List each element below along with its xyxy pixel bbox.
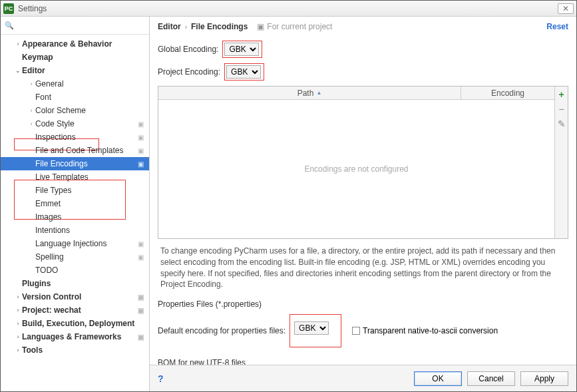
window-title: Settings [18,4,555,13]
properties-section-title: Properties Files (*.properties) [158,299,568,309]
global-encoding-select[interactable]: GBK [224,43,259,56]
sidebar-item[interactable]: Code Style▣ [1,117,149,130]
chevron-icon [27,120,35,127]
chevron-icon [14,294,22,300]
project-scope-badge-icon: ▣ [138,134,144,141]
sidebar-item[interactable]: File Encodings▣ [1,157,149,170]
transparent-ascii-checkbox[interactable]: Transparent native-to-ascii conversion [352,326,498,335]
sidebar-item-label: Appearance & Behavior [22,39,149,49]
sidebar-item-label: File and Code Templates [35,146,138,155]
project-encoding-label: Project Encoding: [158,67,220,77]
app-icon: PC [3,3,14,14]
sidebar-item-label: Editor [22,66,149,75]
sidebar-item-label: Project: wechat [22,305,138,315]
sidebar-item[interactable]: Live Templates [1,170,149,184]
cancel-button[interactable]: Cancel [467,371,515,386]
properties-encoding-label: Default encoding for properties files: [158,326,286,335]
sidebar-item[interactable]: Project: wechat▣ [1,303,149,317]
sidebar-item[interactable]: Languages & Frameworks▣ [1,330,149,343]
sidebar-item-label: Color Scheme [35,106,149,115]
apply-button[interactable]: Apply [520,371,568,386]
chevron-icon [27,81,35,87]
sidebar-item-label: File Types [35,186,149,195]
sidebar-item[interactable]: Inspections▣ [1,130,149,144]
column-label: Encoding [491,89,524,98]
sidebar-item[interactable]: Build, Execution, Deployment [1,317,149,330]
sidebar-item[interactable]: Tools [1,343,149,357]
dialog-footer: ? OK Cancel Apply [150,365,576,391]
project-scope-badge-icon: ▣ [138,333,144,341]
sidebar-item[interactable]: Plugins [1,277,149,290]
encoding-help-text: To change encoding PyCharm uses for a fi… [158,246,568,290]
breadcrumb: Editor [158,22,181,31]
breadcrumb-bar: Editor › File Encodings ▣ For current pr… [150,17,576,37]
main-panel: Editor › File Encodings ▣ For current pr… [150,17,576,391]
highlight-box: GBK [289,314,341,347]
sidebar-item[interactable]: Emmet [1,197,149,210]
breadcrumb: File Encodings [191,22,248,31]
sidebar-item[interactable]: Images [1,210,149,224]
reset-link[interactable]: Reset [546,22,568,31]
sidebar: 🔍 Appearance & BehaviorKeymapEditorGener… [1,17,150,391]
help-icon[interactable]: ? [158,373,164,384]
search-input[interactable] [15,19,145,31]
project-encoding-select[interactable]: GBK [226,65,261,79]
project-scope-badge-icon: ▣ [138,294,144,301]
chevron-icon [14,333,22,340]
sidebar-item[interactable]: Font [1,91,149,104]
sidebar-item[interactable]: TODO [1,264,149,277]
sidebar-item[interactable]: Appearance & Behavior [1,37,149,51]
sidebar-item-label: General [35,79,149,89]
sidebar-item[interactable]: Intentions [1,224,149,237]
checkbox-icon [352,327,360,335]
chevron-icon [14,320,22,327]
settings-tree: Appearance & BehaviorKeymapEditorGeneral… [1,35,149,391]
search-wrap: 🔍 [1,17,149,35]
sidebar-item-label: Emmet [35,199,149,208]
project-scope-badge-icon: ▣ [138,147,144,154]
sidebar-item[interactable]: File and Code Templates▣ [1,144,149,157]
sidebar-item[interactable]: File Types [1,184,149,197]
bom-section-title: BOM for new UTF-8 files [158,358,568,365]
project-scope-badge-icon: ▣ [138,254,144,261]
highlight-box: GBK [224,63,264,81]
sidebar-item-label: Version Control [22,292,138,301]
column-path[interactable]: Path▲ [158,87,461,99]
sidebar-item[interactable]: Language Injections▣ [1,237,149,250]
sidebar-item[interactable]: Editor [1,64,149,77]
project-scope-badge-icon: ▣ [138,120,144,128]
close-icon[interactable]: ✕ [558,3,574,14]
checkbox-label: Transparent native-to-ascii conversion [363,326,498,335]
highlight-box: GBK [222,41,262,58]
properties-encoding-select[interactable]: GBK [294,321,329,335]
add-icon[interactable]: + [558,89,564,100]
sidebar-item-label: Images [35,212,149,222]
edit-icon[interactable]: ✎ [558,118,566,129]
sidebar-item[interactable]: Version Control▣ [1,290,149,303]
sidebar-item-label: Live Templates [35,172,149,182]
chevron-right-icon: › [185,23,187,31]
sidebar-item-label: Plugins [22,279,149,288]
sidebar-item[interactable]: Keymap [1,51,149,64]
chevron-icon [14,347,22,353]
sidebar-item[interactable]: Color Scheme [1,104,149,117]
sidebar-item-label: Font [35,93,149,102]
sidebar-item[interactable]: Spelling▣ [1,250,149,264]
sidebar-item-label: Languages & Frameworks [22,332,138,341]
column-encoding[interactable]: Encoding [461,87,554,99]
chevron-icon [14,67,22,74]
encoding-table: Path▲ Encoding Encodings are not configu… [158,86,568,239]
project-scope-icon: ▣ [257,22,264,31]
remove-icon[interactable]: − [558,104,564,114]
sidebar-item-label: Language Injections [35,239,138,248]
chevron-icon [14,41,22,47]
project-scope-badge-icon: ▣ [138,307,144,314]
sidebar-item-label: Tools [22,345,149,355]
ok-button[interactable]: OK [414,371,462,386]
sidebar-item-label: Code Style [35,119,138,128]
search-icon: 🔍 [5,21,14,30]
table-header: Path▲ Encoding [158,87,554,100]
sidebar-item[interactable]: General [1,77,149,91]
project-scope-label: For current project [267,22,332,31]
project-scope-hint: ▣ For current project [257,22,332,31]
